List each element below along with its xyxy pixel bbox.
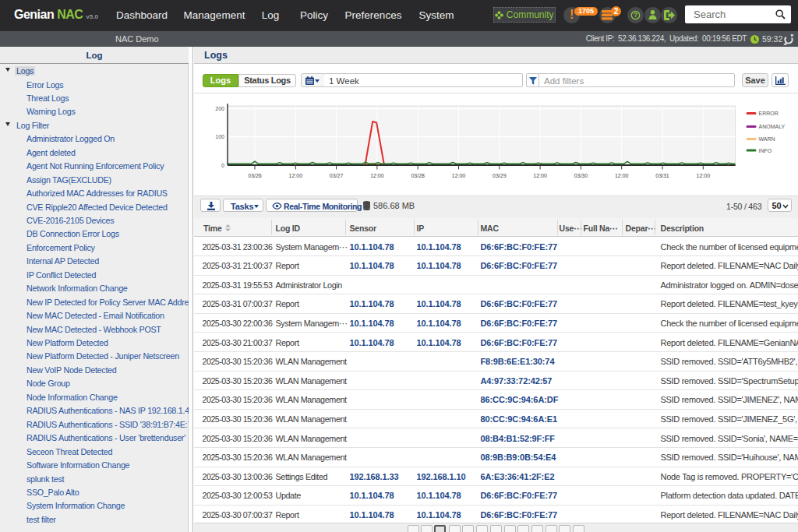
svg-text:12:00: 12:00 (370, 173, 384, 178)
svg-text:12:00: 12:00 (452, 173, 466, 178)
svg-text:03/27: 03/27 (330, 173, 344, 178)
svg-text:?: ? (634, 11, 637, 19)
svg-text:0: 0 (221, 163, 224, 168)
svg-text:WARN: WARN (759, 136, 775, 142)
svg-text:100: 100 (215, 134, 224, 139)
svg-text:12:00: 12:00 (615, 173, 629, 178)
svg-text:200: 200 (215, 106, 224, 111)
svg-text:03/28: 03/28 (411, 173, 425, 178)
svg-text:ERROR: ERROR (759, 111, 779, 116)
svg-text:12:00: 12:00 (533, 173, 547, 178)
svg-text:12:00: 12:00 (697, 173, 711, 178)
svg-text:03/29: 03/29 (493, 173, 507, 178)
svg-text:03/26: 03/26 (248, 173, 262, 178)
svg-text:03/30: 03/30 (574, 173, 588, 178)
svg-text:ANOMALY: ANOMALY (759, 124, 786, 129)
svg-text:12:00: 12:00 (289, 173, 303, 178)
svg-text:INFO: INFO (759, 148, 772, 153)
svg-text:03/31: 03/31 (655, 173, 669, 178)
